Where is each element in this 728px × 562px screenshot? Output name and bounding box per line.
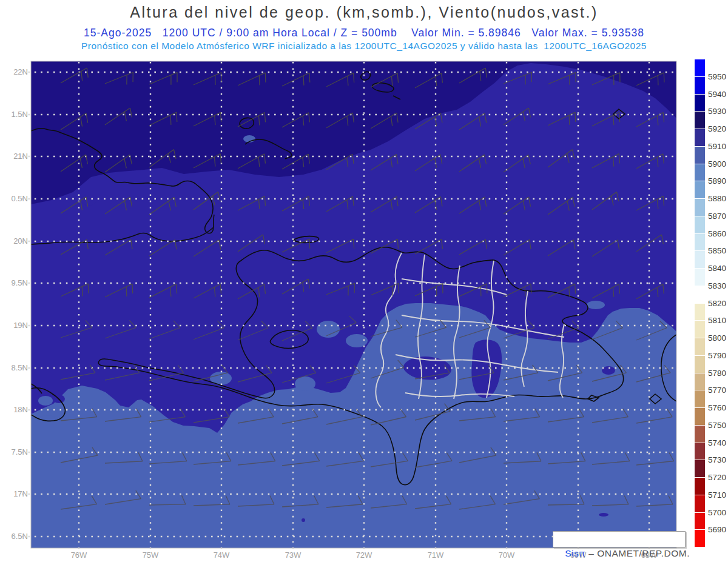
colorbar-tick-label: 5930 xyxy=(708,107,726,116)
colorbar-tick-label: 5910 xyxy=(708,142,726,151)
colorbar-segment xyxy=(695,216,705,234)
lat-tick-label: 18N xyxy=(0,405,28,414)
colorbar-tick-label: 5950 xyxy=(708,72,726,81)
lon-tick-label: 72W xyxy=(351,550,377,560)
colorbar-tick-label: 5770 xyxy=(708,386,726,395)
colorbar-segment xyxy=(695,199,705,216)
colorbar-segment xyxy=(695,304,705,321)
lat-tick-label: 21N xyxy=(0,152,28,161)
colorbar-tick-label: 5720 xyxy=(708,473,726,482)
colorbar-segment xyxy=(695,147,705,164)
lat-tick-label: 6.5N xyxy=(0,532,28,541)
colorbar-tick-label: 5840 xyxy=(708,264,726,273)
colorbar-segment xyxy=(695,59,705,77)
watermark-brand: Sisπ xyxy=(565,548,585,558)
colorbar-segment xyxy=(695,443,705,461)
lat-tick-label: 1.5N xyxy=(0,110,28,119)
colorbar-segment xyxy=(695,286,705,304)
colorbar-segment xyxy=(695,426,705,443)
colorbar-tick-label: 5750 xyxy=(708,421,726,430)
colorbar-segment xyxy=(695,321,705,338)
colorbar-segment xyxy=(695,390,705,408)
colorbar-tick-label: 5880 xyxy=(708,194,726,203)
colorbar-tick-label: 5860 xyxy=(708,229,726,238)
band-pocket xyxy=(81,195,96,206)
watermark-text: – ONAMET/REP.DOM. xyxy=(585,548,690,558)
colorbar-tick-label: 5920 xyxy=(708,124,726,133)
lat-tick-label: 9.5N xyxy=(0,278,28,287)
lat-tick-label: 17N xyxy=(0,489,28,498)
colorbar-tick-label: 5940 xyxy=(708,90,726,99)
lon-tick-label: 76W xyxy=(66,550,92,560)
colorbar-tick-label: 5760 xyxy=(708,403,726,412)
colorbar-tick-label: 5740 xyxy=(708,438,726,447)
colorbar-segment xyxy=(695,95,705,112)
colorbar-tick-label: 5810 xyxy=(708,316,726,325)
colorbar-tick-label: 5900 xyxy=(708,159,726,169)
geoheight-colorbar xyxy=(695,59,705,547)
lat-tick-label: 8.5N xyxy=(0,363,28,372)
colorbar-tick-label: 5800 xyxy=(708,333,726,343)
colorbar-tick-label: 5790 xyxy=(708,351,726,360)
colorbar-segment xyxy=(695,356,705,373)
colorbar-segment xyxy=(695,460,705,478)
forecast-map xyxy=(0,0,728,562)
colorbar-segment xyxy=(695,181,705,199)
colorbar-tick-label: 5850 xyxy=(708,246,726,255)
lon-tick-label: 73W xyxy=(280,550,306,560)
colorbar-tick-label: 5870 xyxy=(708,212,726,221)
lat-tick-label: 19N xyxy=(0,321,28,330)
lon-tick-label: 70W xyxy=(493,550,520,560)
colorbar-tick-label: 5780 xyxy=(708,369,726,378)
lat-tick-label: 20N xyxy=(0,236,28,246)
weather-map-page: Altura del nivel de geop. (km,somb.), Vi… xyxy=(0,0,728,562)
colorbar-segment xyxy=(695,495,705,513)
colorbar-segment xyxy=(695,408,705,426)
colorbar-segment xyxy=(695,269,705,286)
colorbar-segment xyxy=(695,112,705,129)
colorbar-segment xyxy=(695,129,705,147)
colorbar-tick-label: 5830 xyxy=(708,281,726,290)
colorbar-tick-label: 5700 xyxy=(708,508,726,517)
lat-tick-label: 22N xyxy=(0,67,28,76)
colorbar-segment xyxy=(695,164,705,182)
colorbar-segment xyxy=(695,77,705,95)
colorbar-segment xyxy=(695,530,705,547)
colorbar-segment xyxy=(695,251,705,269)
lat-tick-label: 0.5N xyxy=(0,194,28,203)
colorbar-segment xyxy=(695,373,705,391)
colorbar-tick-label: 5690 xyxy=(708,525,726,534)
colorbar-segment xyxy=(695,338,705,356)
lat-tick-label: 7.5N xyxy=(0,447,28,457)
lon-tick-label: 74W xyxy=(208,550,235,560)
colorbar-segment xyxy=(695,234,705,252)
lon-tick-label: 75W xyxy=(137,550,164,560)
colorbar-tick-label: 5890 xyxy=(708,176,726,186)
colorbar-segment xyxy=(695,513,705,530)
colorbar-tick-label: 5710 xyxy=(708,490,726,500)
colorbar-segment xyxy=(695,478,705,495)
colorbar-tick-label: 5820 xyxy=(708,299,726,308)
lon-tick-label: 71W xyxy=(422,550,449,560)
watermark-box: Sisπ – ONAMET/REP.DOM. xyxy=(553,531,686,547)
colorbar-tick-label: 5730 xyxy=(708,455,726,464)
